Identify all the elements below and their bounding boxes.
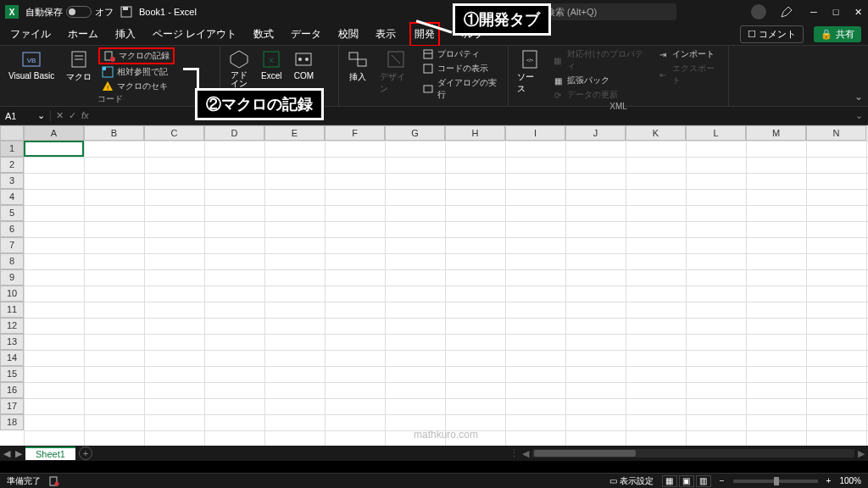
tab-data[interactable]: データ [287,24,325,45]
import-button[interactable]: ⇥ インポート [654,47,725,61]
column-header[interactable]: D [204,125,264,141]
column-header[interactable]: N [806,125,866,141]
add-sheet-button[interactable]: + [79,446,92,460]
zoom-slider[interactable] [733,480,818,483]
row-header[interactable]: 4 [0,189,24,205]
row-header[interactable]: 11 [0,302,24,318]
cells-area[interactable]: mathkuro.com [24,141,868,446]
record-macro-button[interactable]: マクロの記録 [98,47,175,64]
column-header[interactable]: F [325,125,385,141]
search-placeholder: 検索 (Alt+Q) [546,6,597,19]
row-header[interactable]: 8 [0,253,24,269]
sheet-nav-next-icon[interactable]: ▶ [15,448,22,459]
row-header[interactable]: 3 [0,173,24,189]
sheet-tab[interactable]: Sheet1 [25,446,75,460]
zoom-out-button[interactable]: − [720,476,725,485]
close-button[interactable]: ✕ [853,7,863,18]
page-layout-view-button[interactable]: ▣ [679,475,694,487]
page-break-view-button[interactable]: ▥ [696,475,711,487]
com-addins-button[interactable]: COM [288,47,319,82]
row-header[interactable]: 14 [0,350,24,366]
title-bar: X 自動保存 オフ Book1 - Excel 検索 (Alt+Q) ─ □ ✕ [0,0,868,24]
cancel-formula-icon[interactable]: ✕ [56,110,64,121]
row-header[interactable]: 2 [0,157,24,173]
addins-button[interactable]: アド イン [224,47,254,90]
normal-view-button[interactable]: ▦ [662,475,677,487]
tab-file[interactable]: ファイル [7,24,54,45]
column-header[interactable]: C [144,125,204,141]
insert-control-button[interactable]: 挿入 [342,47,373,85]
autosave-toggle[interactable]: 自動保存 オフ [25,6,114,19]
account-icon[interactable] [751,4,766,19]
excel-addins-button[interactable]: X Excel [256,47,287,82]
tab-formulas[interactable]: 数式 [250,24,277,45]
save-icon[interactable] [120,6,132,18]
xml-source-button[interactable]: </> ソース [512,47,547,97]
zoom-in-button[interactable]: + [826,476,832,485]
sheet-nav-prev-icon[interactable]: ◀ [3,448,10,459]
svg-point-19 [298,58,302,61]
column-header[interactable]: J [565,125,626,141]
properties-button[interactable]: プロパティ [419,47,504,61]
column-header[interactable]: M [746,125,806,141]
maximize-button[interactable]: □ [831,7,841,17]
fx-icon[interactable]: fx [81,110,89,121]
view-code-button[interactable]: コードの表示 [419,62,504,75]
row-header[interactable]: 18 [0,414,24,430]
export-button[interactable]: ⇤ エクスポート [654,62,725,87]
expansion-packs-button[interactable]: ▦ 拡張パック [548,74,652,87]
expand-formula-bar-icon[interactable]: ⌄ [850,110,868,121]
run-dialog-button[interactable]: ダイアログの実行 [419,76,504,102]
tab-home[interactable]: ホーム [64,24,102,45]
active-cell[interactable] [24,141,84,157]
refresh-data-button[interactable]: ⟳ データの更新 [548,88,652,102]
row-header[interactable]: 15 [0,366,24,382]
split-divider-icon[interactable]: ⋮ [509,448,519,459]
column-header[interactable]: L [686,125,746,141]
column-header[interactable]: I [505,125,565,141]
column-header[interactable]: B [84,125,144,141]
toggle-switch-icon[interactable] [66,6,92,18]
row-header[interactable]: 17 [0,398,24,414]
row-header[interactable]: 16 [0,382,24,398]
column-header[interactable]: A [24,125,84,141]
name-box[interactable]: A1 ⌄ [0,110,51,121]
macros-button[interactable]: マクロ [61,47,97,85]
row-header[interactable]: 13 [0,334,24,350]
macro-security-button[interactable]: ! マクロのセキ [98,80,175,93]
column-header[interactable]: G [385,125,445,141]
column-header[interactable]: K [626,125,686,141]
share-button[interactable]: 🔒 共有 [814,26,861,42]
svg-rect-27 [424,86,432,92]
row-header[interactable]: 7 [0,237,24,253]
select-all-corner[interactable] [0,125,24,141]
row-header[interactable]: 10 [0,286,24,302]
ribbon-group-controls: 挿入 デザイン プロパティ コードの [339,46,509,106]
macro-record-status-icon[interactable] [49,476,59,486]
minimize-button[interactable]: ─ [809,7,819,17]
design-mode-button[interactable]: デザイン [375,47,417,97]
column-header[interactable]: H [445,125,505,141]
collapse-ribbon-icon[interactable]: ⌄ [854,91,863,103]
pencil-icon[interactable] [780,5,793,19]
row-header[interactable]: 1 [0,141,24,157]
scroll-left-icon[interactable]: ◀ [522,448,529,459]
row-header[interactable]: 5 [0,205,24,221]
horizontal-scrollbar[interactable] [532,449,854,458]
visual-basic-button[interactable]: VB Visual Basic [3,47,59,82]
row-header[interactable]: 12 [0,318,24,334]
row-header[interactable]: 6 [0,221,24,237]
row-header[interactable]: 9 [0,269,24,286]
zoom-level[interactable]: 100% [839,476,861,485]
tab-review[interactable]: 校閲 [335,24,362,45]
display-settings-button[interactable]: ▭ 表示設定 [609,475,654,487]
comments-button[interactable]: ☐ コメント [740,25,804,43]
tab-view[interactable]: 表示 [372,24,399,45]
confirm-formula-icon[interactable]: ✓ [69,110,76,121]
column-header[interactable]: E [264,125,325,141]
tab-insert[interactable]: 挿入 [112,24,139,45]
scroll-right-icon[interactable]: ▶ [858,448,865,459]
map-properties-button[interactable]: ▦ 対応付けのプロパティ [548,47,652,73]
relative-reference-button[interactable]: 相対参照で記 [98,65,175,79]
tab-page-layout[interactable]: ページ レイアウト [149,24,240,45]
